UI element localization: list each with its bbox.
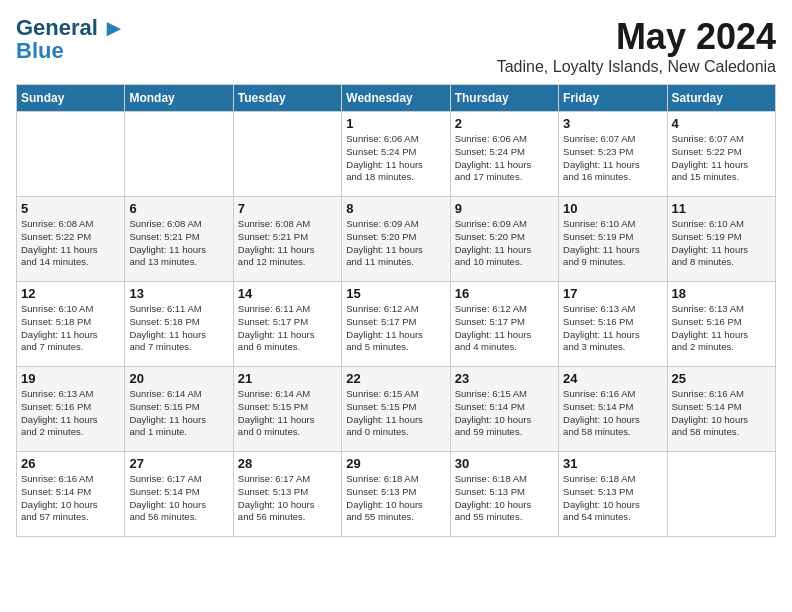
day-number: 10 xyxy=(563,201,662,216)
calendar-cell: 17Sunrise: 6:13 AM Sunset: 5:16 PM Dayli… xyxy=(559,282,667,367)
day-number: 20 xyxy=(129,371,228,386)
calendar-cell: 25Sunrise: 6:16 AM Sunset: 5:14 PM Dayli… xyxy=(667,367,775,452)
day-info: Sunrise: 6:13 AM Sunset: 5:16 PM Dayligh… xyxy=(563,303,662,354)
day-info: Sunrise: 6:15 AM Sunset: 5:15 PM Dayligh… xyxy=(346,388,445,439)
day-number: 1 xyxy=(346,116,445,131)
day-info: Sunrise: 6:15 AM Sunset: 5:14 PM Dayligh… xyxy=(455,388,554,439)
day-info: Sunrise: 6:09 AM Sunset: 5:20 PM Dayligh… xyxy=(346,218,445,269)
calendar-cell: 27Sunrise: 6:17 AM Sunset: 5:14 PM Dayli… xyxy=(125,452,233,537)
day-info: Sunrise: 6:08 AM Sunset: 5:21 PM Dayligh… xyxy=(238,218,337,269)
day-number: 23 xyxy=(455,371,554,386)
calendar-cell xyxy=(667,452,775,537)
calendar-cell: 12Sunrise: 6:10 AM Sunset: 5:18 PM Dayli… xyxy=(17,282,125,367)
day-info: Sunrise: 6:11 AM Sunset: 5:17 PM Dayligh… xyxy=(238,303,337,354)
day-number: 21 xyxy=(238,371,337,386)
day-number: 25 xyxy=(672,371,771,386)
day-number: 6 xyxy=(129,201,228,216)
weekday-header-wednesday: Wednesday xyxy=(342,85,450,112)
weekday-header-monday: Monday xyxy=(125,85,233,112)
day-info: Sunrise: 6:16 AM Sunset: 5:14 PM Dayligh… xyxy=(563,388,662,439)
week-row-4: 19Sunrise: 6:13 AM Sunset: 5:16 PM Dayli… xyxy=(17,367,776,452)
calendar-cell xyxy=(233,112,341,197)
day-number: 9 xyxy=(455,201,554,216)
day-info: Sunrise: 6:12 AM Sunset: 5:17 PM Dayligh… xyxy=(455,303,554,354)
calendar-cell: 14Sunrise: 6:11 AM Sunset: 5:17 PM Dayli… xyxy=(233,282,341,367)
day-info: Sunrise: 6:12 AM Sunset: 5:17 PM Dayligh… xyxy=(346,303,445,354)
day-info: Sunrise: 6:18 AM Sunset: 5:13 PM Dayligh… xyxy=(346,473,445,524)
week-row-3: 12Sunrise: 6:10 AM Sunset: 5:18 PM Dayli… xyxy=(17,282,776,367)
calendar-table: SundayMondayTuesdayWednesdayThursdayFrid… xyxy=(16,84,776,537)
day-number: 19 xyxy=(21,371,120,386)
calendar-cell: 5Sunrise: 6:08 AM Sunset: 5:22 PM Daylig… xyxy=(17,197,125,282)
calendar-cell: 7Sunrise: 6:08 AM Sunset: 5:21 PM Daylig… xyxy=(233,197,341,282)
calendar-cell: 30Sunrise: 6:18 AM Sunset: 5:13 PM Dayli… xyxy=(450,452,558,537)
calendar-cell: 18Sunrise: 6:13 AM Sunset: 5:16 PM Dayli… xyxy=(667,282,775,367)
calendar-cell: 20Sunrise: 6:14 AM Sunset: 5:15 PM Dayli… xyxy=(125,367,233,452)
calendar-cell: 31Sunrise: 6:18 AM Sunset: 5:13 PM Dayli… xyxy=(559,452,667,537)
day-number: 15 xyxy=(346,286,445,301)
day-number: 26 xyxy=(21,456,120,471)
day-number: 2 xyxy=(455,116,554,131)
day-info: Sunrise: 6:18 AM Sunset: 5:13 PM Dayligh… xyxy=(563,473,662,524)
calendar-cell: 26Sunrise: 6:16 AM Sunset: 5:14 PM Dayli… xyxy=(17,452,125,537)
month-title: May 2024 xyxy=(497,16,776,58)
day-number: 27 xyxy=(129,456,228,471)
day-info: Sunrise: 6:18 AM Sunset: 5:13 PM Dayligh… xyxy=(455,473,554,524)
weekday-header-thursday: Thursday xyxy=(450,85,558,112)
calendar-cell: 13Sunrise: 6:11 AM Sunset: 5:18 PM Dayli… xyxy=(125,282,233,367)
page-header: General ► Blue May 2024 Tadine, Loyalty … xyxy=(16,16,776,76)
day-info: Sunrise: 6:17 AM Sunset: 5:13 PM Dayligh… xyxy=(238,473,337,524)
calendar-cell: 4Sunrise: 6:07 AM Sunset: 5:22 PM Daylig… xyxy=(667,112,775,197)
day-number: 30 xyxy=(455,456,554,471)
day-info: Sunrise: 6:07 AM Sunset: 5:22 PM Dayligh… xyxy=(672,133,771,184)
calendar-cell: 2Sunrise: 6:06 AM Sunset: 5:24 PM Daylig… xyxy=(450,112,558,197)
day-number: 14 xyxy=(238,286,337,301)
day-info: Sunrise: 6:13 AM Sunset: 5:16 PM Dayligh… xyxy=(21,388,120,439)
location-subtitle: Tadine, Loyalty Islands, New Caledonia xyxy=(497,58,776,76)
weekday-header-sunday: Sunday xyxy=(17,85,125,112)
calendar-cell xyxy=(17,112,125,197)
day-info: Sunrise: 6:06 AM Sunset: 5:24 PM Dayligh… xyxy=(346,133,445,184)
day-info: Sunrise: 6:11 AM Sunset: 5:18 PM Dayligh… xyxy=(129,303,228,354)
week-row-1: 1Sunrise: 6:06 AM Sunset: 5:24 PM Daylig… xyxy=(17,112,776,197)
calendar-cell: 23Sunrise: 6:15 AM Sunset: 5:14 PM Dayli… xyxy=(450,367,558,452)
day-number: 24 xyxy=(563,371,662,386)
logo-blue-text: Blue xyxy=(16,40,64,62)
calendar-cell: 11Sunrise: 6:10 AM Sunset: 5:19 PM Dayli… xyxy=(667,197,775,282)
week-row-2: 5Sunrise: 6:08 AM Sunset: 5:22 PM Daylig… xyxy=(17,197,776,282)
calendar-cell: 15Sunrise: 6:12 AM Sunset: 5:17 PM Dayli… xyxy=(342,282,450,367)
calendar-cell: 29Sunrise: 6:18 AM Sunset: 5:13 PM Dayli… xyxy=(342,452,450,537)
day-info: Sunrise: 6:16 AM Sunset: 5:14 PM Dayligh… xyxy=(672,388,771,439)
calendar-cell: 16Sunrise: 6:12 AM Sunset: 5:17 PM Dayli… xyxy=(450,282,558,367)
calendar-cell: 22Sunrise: 6:15 AM Sunset: 5:15 PM Dayli… xyxy=(342,367,450,452)
logo-arrow-icon: ► xyxy=(102,16,126,40)
weekday-header-saturday: Saturday xyxy=(667,85,775,112)
calendar-cell: 9Sunrise: 6:09 AM Sunset: 5:20 PM Daylig… xyxy=(450,197,558,282)
calendar-cell: 19Sunrise: 6:13 AM Sunset: 5:16 PM Dayli… xyxy=(17,367,125,452)
calendar-cell: 24Sunrise: 6:16 AM Sunset: 5:14 PM Dayli… xyxy=(559,367,667,452)
day-number: 22 xyxy=(346,371,445,386)
calendar-cell: 1Sunrise: 6:06 AM Sunset: 5:24 PM Daylig… xyxy=(342,112,450,197)
day-number: 11 xyxy=(672,201,771,216)
calendar-cell: 10Sunrise: 6:10 AM Sunset: 5:19 PM Dayli… xyxy=(559,197,667,282)
title-section: May 2024 Tadine, Loyalty Islands, New Ca… xyxy=(497,16,776,76)
day-info: Sunrise: 6:08 AM Sunset: 5:22 PM Dayligh… xyxy=(21,218,120,269)
calendar-cell: 3Sunrise: 6:07 AM Sunset: 5:23 PM Daylig… xyxy=(559,112,667,197)
day-info: Sunrise: 6:07 AM Sunset: 5:23 PM Dayligh… xyxy=(563,133,662,184)
day-number: 5 xyxy=(21,201,120,216)
day-info: Sunrise: 6:10 AM Sunset: 5:18 PM Dayligh… xyxy=(21,303,120,354)
day-info: Sunrise: 6:16 AM Sunset: 5:14 PM Dayligh… xyxy=(21,473,120,524)
day-number: 17 xyxy=(563,286,662,301)
day-info: Sunrise: 6:10 AM Sunset: 5:19 PM Dayligh… xyxy=(672,218,771,269)
calendar-cell: 21Sunrise: 6:14 AM Sunset: 5:15 PM Dayli… xyxy=(233,367,341,452)
day-number: 16 xyxy=(455,286,554,301)
logo-general-text: General xyxy=(16,17,98,39)
day-info: Sunrise: 6:09 AM Sunset: 5:20 PM Dayligh… xyxy=(455,218,554,269)
day-info: Sunrise: 6:17 AM Sunset: 5:14 PM Dayligh… xyxy=(129,473,228,524)
day-number: 8 xyxy=(346,201,445,216)
day-number: 12 xyxy=(21,286,120,301)
week-row-5: 26Sunrise: 6:16 AM Sunset: 5:14 PM Dayli… xyxy=(17,452,776,537)
day-info: Sunrise: 6:06 AM Sunset: 5:24 PM Dayligh… xyxy=(455,133,554,184)
day-number: 4 xyxy=(672,116,771,131)
weekday-header-friday: Friday xyxy=(559,85,667,112)
